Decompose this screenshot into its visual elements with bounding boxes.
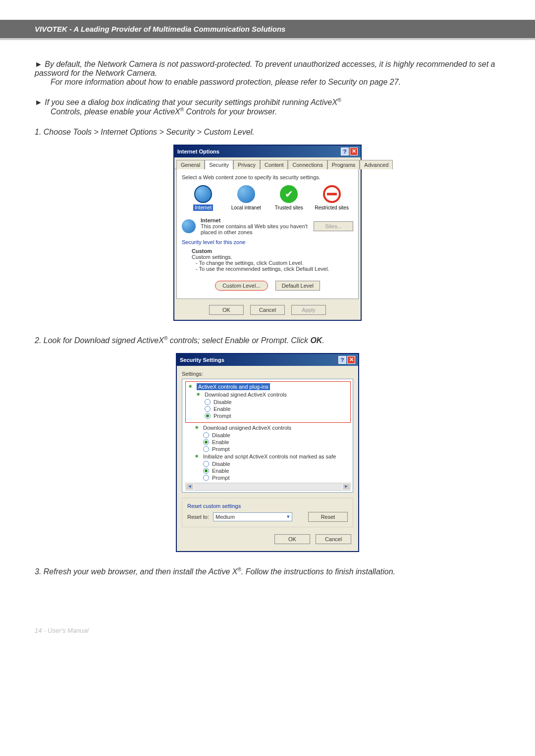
tab-privacy[interactable]: Privacy	[233, 160, 260, 169]
tree-n1[interactable]: Download signed ActiveX controls	[205, 392, 287, 398]
apply-button[interactable]: Apply	[291, 305, 326, 315]
io-custom-sub: Custom settings.	[192, 254, 353, 260]
radio-enable[interactable]	[205, 406, 211, 412]
p2-c: Controls for your browser.	[184, 108, 277, 116]
io-custom-title: Custom	[192, 248, 353, 254]
tab-advanced[interactable]: Advanced	[360, 160, 393, 169]
internet-options-dialog: Internet Options ? ✕ General Security Pr…	[173, 145, 362, 321]
help-icon[interactable]: ?	[338, 356, 346, 364]
io-info-desc: This zone contains all Web sites you hav…	[201, 223, 309, 235]
gear-icon: ✶	[193, 424, 200, 431]
reset-button[interactable]: Reset	[308, 512, 348, 522]
close-icon[interactable]: ✕	[350, 148, 358, 155]
ss-settings-label: Settings:	[182, 371, 353, 377]
io-info-title: Internet	[201, 217, 309, 223]
cancel-button[interactable]: Cancel	[316, 534, 351, 544]
page-content: ► By default, the Network Camera is not …	[0, 40, 535, 604]
radio-enable[interactable]	[203, 439, 209, 445]
zone-trusted[interactable]: ✔ Trusted sites	[271, 185, 306, 210]
p1-follow1: For more information about how to enable…	[51, 78, 275, 86]
io-custom-l2: - To use the recommended settings, click…	[192, 266, 353, 272]
io-custom-l1: - To change the settings, click Custom L…	[192, 260, 353, 266]
tree-n2[interactable]: Download unsigned ActiveX controls	[203, 425, 291, 431]
ok-button[interactable]: OK	[209, 305, 244, 315]
gear-icon: ✶	[193, 453, 200, 460]
step2-d: .	[322, 336, 324, 345]
highlighted-group: ✶ActiveX controls and plug-ins ✶Download…	[185, 381, 351, 423]
reg-mark-4: ®	[237, 567, 241, 572]
globe-icon	[182, 219, 196, 233]
header-title: VIVOTEK - A Leading Provider of Multimed…	[35, 25, 285, 33]
step3-b: . Follow the instructions to finish inst…	[241, 567, 395, 576]
p1-follow2: please refer to Security on page 27.	[275, 78, 401, 86]
zone-local[interactable]: Local intranet	[229, 185, 264, 210]
gear-icon: ✶	[187, 383, 194, 390]
step2-b: controls; select Enable or Prompt. Click	[167, 336, 310, 345]
io-title: Internet Options	[177, 149, 219, 154]
tab-connections[interactable]: Connections	[288, 160, 327, 169]
gear-icon: ✶	[195, 391, 202, 398]
zone-internet[interactable]: Internet	[186, 185, 220, 210]
radio-disable[interactable]	[203, 461, 209, 467]
step-1: 1. Choose Tools > Internet Options > Sec…	[35, 128, 500, 137]
ss-title: Security Settings	[180, 357, 224, 363]
scroll-right-icon[interactable]: ►	[342, 483, 350, 490]
zone-restricted[interactable]: Restricted sites	[315, 185, 349, 210]
reset-group: Reset custom settings Reset to: Medium R…	[182, 498, 353, 527]
io-seclevel-label: Security level for this zone	[182, 239, 353, 245]
io-body: Select a Web content zone to specify its…	[176, 169, 359, 299]
reset-to-label: Reset to:	[187, 514, 209, 520]
radio-disable[interactable]	[205, 399, 211, 405]
reset-select[interactable]: Medium	[213, 512, 292, 521]
tab-programs[interactable]: Programs	[327, 160, 360, 169]
tab-content[interactable]: Content	[260, 160, 288, 169]
step3-a: 3. Refresh your web browser, and then in…	[35, 567, 237, 576]
p1-text: ► By default, the Network Camera is not …	[35, 60, 495, 77]
step2-ok: OK	[310, 336, 322, 345]
globe-icon	[237, 185, 255, 203]
page-footer: 14 - User's Manual	[0, 619, 535, 654]
check-icon: ✔	[280, 185, 298, 203]
page-header: VIVOTEK - A Leading Provider of Multimed…	[0, 20, 535, 40]
io-select-text: Select a Web content zone to specify its…	[182, 174, 353, 180]
io-titlebar: Internet Options ? ✕	[174, 146, 361, 157]
sites-button[interactable]: Sites...	[314, 221, 353, 231]
cancel-button[interactable]: Cancel	[250, 305, 285, 315]
step1-text: 1. Choose Tools > Internet Options > Sec…	[35, 128, 255, 136]
reg-mark-1: ®	[337, 98, 341, 103]
scroll-left-icon[interactable]: ◄	[186, 483, 194, 490]
paragraph-1: ► By default, the Network Camera is not …	[35, 60, 500, 87]
tree-n3[interactable]: Initialize and script ActiveX controls n…	[203, 454, 336, 459]
radio-disable[interactable]	[203, 432, 209, 438]
radio-enable[interactable]	[203, 468, 209, 474]
tree-root[interactable]: ActiveX controls and plug-ins	[197, 383, 270, 390]
io-tabs: General Security Privacy Content Connect…	[174, 157, 361, 169]
step-3: 3. Refresh your web browser, and then in…	[35, 567, 500, 576]
custom-level-button[interactable]: Custom Level...	[215, 281, 268, 291]
close-icon[interactable]: ✕	[347, 356, 355, 364]
footer-text: 14 - User's Manual	[35, 627, 89, 634]
ss-titlebar: Security Settings ? ✕	[177, 354, 358, 366]
radio-prompt[interactable]	[203, 446, 209, 452]
p2-a: ► If you see a dialog box indicating tha…	[35, 98, 337, 106]
settings-tree[interactable]: ✶ActiveX controls and plug-ins ✶Download…	[182, 379, 353, 493]
p2-b: Controls, please enable your ActiveX	[51, 108, 180, 116]
radio-prompt[interactable]	[203, 475, 209, 481]
ok-button[interactable]: OK	[274, 534, 310, 544]
globe-icon	[194, 185, 212, 203]
help-icon[interactable]: ?	[341, 148, 349, 155]
step-2: 2. Look for Download signed ActiveX® con…	[35, 336, 500, 345]
default-level-button[interactable]: Default Level	[275, 281, 320, 291]
step2-a: 2. Look for Download signed ActiveX	[35, 336, 164, 345]
paragraph-2: ► If you see a dialog box indicating tha…	[35, 98, 500, 117]
restricted-icon	[323, 185, 341, 203]
reset-label: Reset custom settings	[187, 503, 348, 509]
tab-security[interactable]: Security	[205, 160, 233, 169]
tab-general[interactable]: General	[176, 160, 205, 169]
radio-prompt[interactable]	[205, 413, 211, 419]
horizontal-scrollbar[interactable]: ◄ ►	[185, 483, 351, 491]
security-settings-dialog: Security Settings ? ✕ Settings: ✶ActiveX…	[176, 353, 359, 552]
